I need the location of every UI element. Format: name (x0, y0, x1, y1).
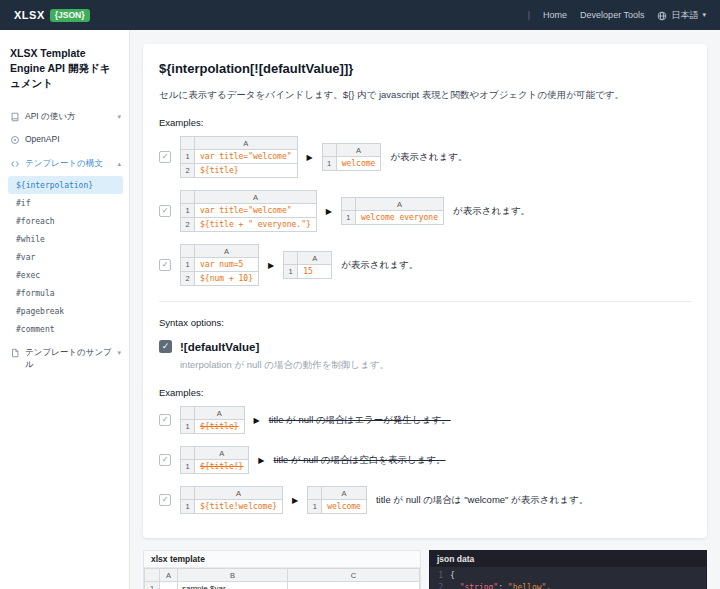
code-text: { (450, 570, 455, 582)
sidebar-subitem[interactable]: #var (8, 248, 123, 266)
chevron-down-icon: ▾ (117, 113, 121, 121)
mini-spreadsheet: A1${title!welcome} (180, 486, 283, 514)
language-label: 日本語 (671, 9, 698, 22)
check-icon: ✓ (159, 494, 171, 506)
api-icon (10, 135, 20, 145)
mini-spreadsheet: A1welcome (307, 486, 367, 514)
option-name: ![defaultValue] (180, 341, 259, 353)
sidebar-subitem[interactable]: #formula (8, 284, 123, 302)
examples-label: Examples: (159, 117, 691, 128)
logo-json-badge: {JSON} (50, 9, 90, 22)
check-icon: ✓ (159, 205, 171, 217)
examples-list-2: ✓A1${title}▶title が null の場合はエラーが発生します。✓… (159, 406, 691, 514)
document-icon (10, 348, 20, 358)
check-icon: ✓ (159, 259, 171, 271)
example-row: ✓A1${title}▶title が null の場合はエラーが発生します。 (159, 406, 691, 434)
example-row: ✓A1${title!}▶title が null の場合は空白を表示します。 (159, 446, 691, 474)
mini-spreadsheet: A1var num=52${num + 10} (180, 244, 259, 286)
sidebar-item-label: OpenAPI (25, 134, 121, 145)
option-row: ✓ ![defaultValue] (159, 340, 691, 353)
examples-label-2: Examples: (159, 387, 691, 398)
syntax-options-label: Syntax options: (159, 317, 691, 328)
grid-cell[interactable]: sample $var (178, 582, 288, 589)
sidebar-subitem[interactable]: #pagebreak (8, 302, 123, 320)
json-code-block: 1{2 "string": "hellow",3 "num": 12,4 "ar… (430, 567, 706, 589)
column-header[interactable]: C (288, 569, 420, 582)
sidebar-subitem[interactable]: #exec (8, 266, 123, 284)
example-row: ✓A1var num=52${num + 10}▶A115が表示されます。 (159, 244, 691, 286)
check-icon: ✓ (159, 151, 171, 163)
code-icon (10, 159, 20, 169)
sidebar-item-label: テンプレートの構文 (25, 158, 112, 169)
sidebar-item-openapi[interactable]: OpenAPI (0, 128, 129, 151)
grid-cell[interactable] (288, 582, 420, 589)
check-icon: ✓ (159, 414, 171, 426)
logo[interactable]: XLSX {JSON} (14, 9, 90, 22)
sidebar-subitem[interactable]: ${interpolation} (8, 176, 123, 194)
xlsx-spreadsheet: ABC1sample $var23Statementresult4string$… (144, 568, 420, 589)
example-note: title が null の場合は空白を表示します。 (274, 454, 446, 467)
sidebar-subitem[interactable]: #foreach (8, 212, 123, 230)
json-panel-title: json data (430, 551, 706, 567)
option-description: interpolation が null の場合の動作を制御します。 (180, 359, 691, 372)
bottom-panels: xlsx template ABC1sample $var23Statement… (143, 550, 707, 589)
sidebar-item-label: テンプレートのサンプル (25, 347, 112, 370)
json-data-panel: json data 1{2 "string": "hellow",3 "num"… (429, 550, 707, 589)
example-note: が表示されます。 (390, 151, 467, 164)
chevron-down-icon: ▾ (117, 349, 121, 357)
mini-spreadsheet: A1var title="welcome"2${title + " everyo… (180, 190, 317, 232)
logo-text: XLSX (14, 9, 45, 21)
sidebar-subitem[interactable]: #comment (8, 320, 123, 338)
globe-icon (657, 11, 667, 21)
row-header[interactable]: 1 (145, 582, 160, 589)
main-area: ${interpolation[![defaultValue]]} セルに表示す… (130, 30, 720, 589)
arrow-right-icon: ▶ (268, 261, 274, 270)
arrow-right-icon: ▶ (307, 153, 313, 162)
arrow-right-icon: ▶ (254, 416, 260, 425)
nav-separator: | (528, 10, 530, 20)
grid-cell[interactable] (160, 582, 178, 589)
sidebar: XLSX Template Engine API 開発ドキュメント API の使… (0, 30, 130, 589)
content-card: ${interpolation[![defaultValue]]} セルに表示す… (143, 44, 707, 538)
mini-spreadsheet: A1var title="welcome"2${title} (180, 136, 298, 178)
arrow-right-icon: ▶ (258, 456, 264, 465)
language-selector[interactable]: 日本語 ▾ (657, 9, 706, 22)
example-note: が表示されます。 (453, 205, 530, 218)
nav-link-home[interactable]: Home (543, 10, 567, 20)
sidebar-subitem[interactable]: #if (8, 194, 123, 212)
sidebar-sublist: ${interpolation}#if#foreach#while#var#ex… (0, 175, 129, 341)
examples-list: ✓A1var title="welcome"2${title}▶A1welcom… (159, 136, 691, 286)
sidebar-item-api-usage[interactable]: API の使い方 ▾ (0, 105, 129, 128)
json-code-line: 1{ (430, 570, 706, 582)
sidebar-item-template-samples[interactable]: テンプレートのサンプル ▾ (0, 341, 129, 376)
page-title: ${interpolation[![defaultValue]]} (159, 61, 691, 76)
column-header[interactable]: A (160, 569, 178, 582)
line-number: 2 (430, 582, 450, 589)
xlsx-template-panel: xlsx template ABC1sample $var23Statement… (143, 550, 421, 589)
json-code-line: 2 "string": "hellow", (430, 582, 706, 589)
sidebar-item-label: API の使い方 (25, 111, 112, 122)
nav-link-developer-tools[interactable]: Developer Tools (580, 10, 644, 20)
page-description: セルに表示するデータをバインドします。${} 内で javascript 表現と… (159, 89, 691, 102)
sidebar-subitem[interactable]: #while (8, 230, 123, 248)
chevron-up-icon: ▴ (117, 160, 121, 168)
column-header[interactable]: B (178, 569, 288, 582)
example-note: が表示されます。 (341, 259, 418, 272)
chevron-down-icon: ▾ (702, 11, 706, 19)
line-number: 1 (430, 570, 450, 582)
section-divider (159, 301, 691, 302)
top-navbar: XLSX {JSON} | Home Developer Tools 日本語 ▾ (0, 0, 720, 30)
arrow-right-icon: ▶ (326, 207, 332, 216)
mini-spreadsheet: A1welcome everyone (341, 197, 444, 225)
xlsx-panel-title: xlsx template (144, 551, 420, 568)
arrow-right-icon: ▶ (292, 496, 298, 505)
book-icon (10, 112, 20, 122)
sidebar-item-template-syntax[interactable]: テンプレートの構文 ▴ (0, 152, 129, 175)
checkbox-checked-icon: ✓ (159, 340, 172, 353)
code-text: "string": "hellow", (450, 582, 551, 589)
example-row: ✓A1var title="welcome"2${title}▶A1welcom… (159, 136, 691, 178)
mini-spreadsheet: A1${title!} (180, 446, 249, 474)
check-icon: ✓ (159, 454, 171, 466)
example-note: title が null の場合は "welcome" が表示されます。 (376, 494, 588, 507)
sidebar-title: XLSX Template Engine API 開発ドキュメント (0, 46, 129, 92)
